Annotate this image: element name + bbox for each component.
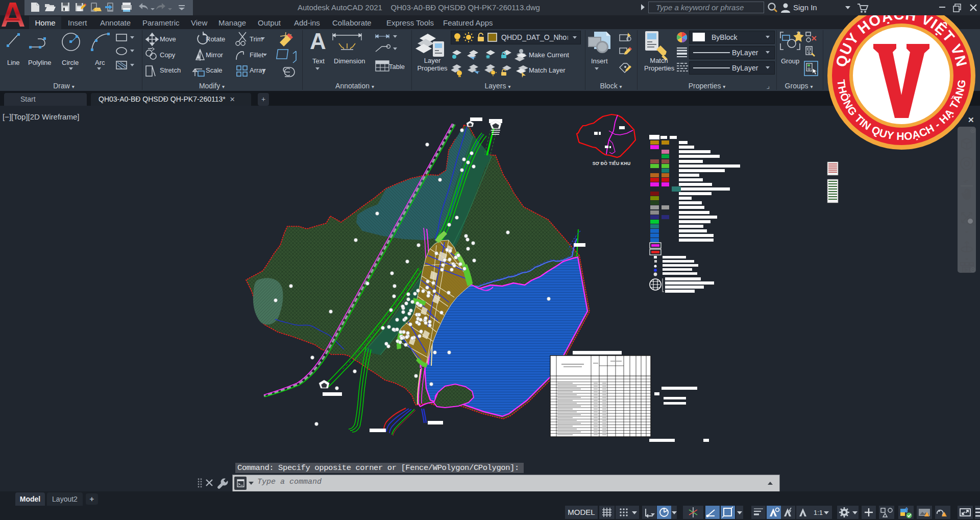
svg-text:1:1: 1:1 — [814, 509, 823, 516]
svg-text:!: ! — [945, 512, 946, 517]
svg-text:!: ! — [928, 512, 929, 517]
svg-text:SƠ ĐỒ TIỂU KHU: SƠ ĐỒ TIỂU KHU — [593, 160, 631, 166]
